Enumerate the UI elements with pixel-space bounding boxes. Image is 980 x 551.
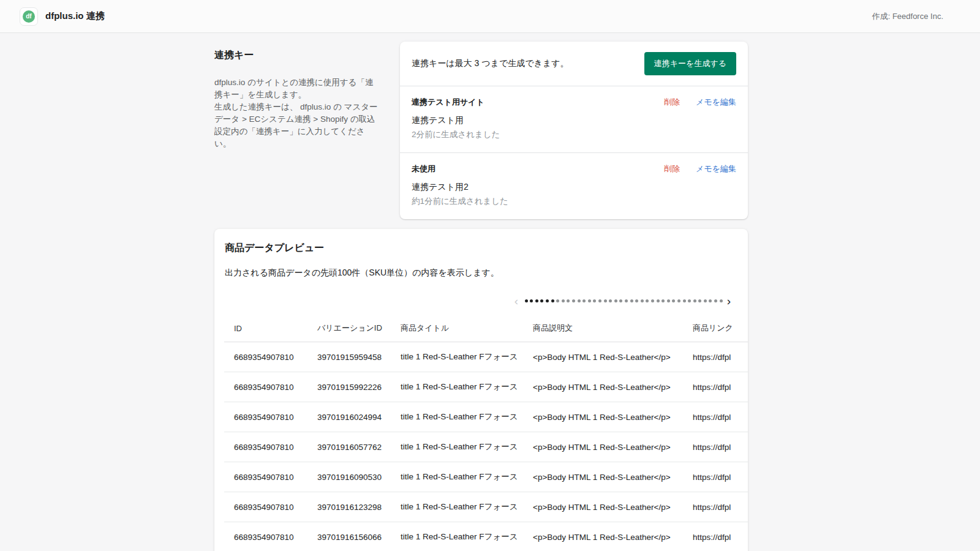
page-dot[interactable] <box>562 299 565 302</box>
page-dot[interactable] <box>625 299 628 302</box>
page-dot[interactable] <box>578 299 581 302</box>
table-cell: 39701915959458 <box>307 342 391 372</box>
page-dot[interactable] <box>667 299 670 302</box>
page-dot[interactable] <box>646 299 649 302</box>
table-cell: 39701916090530 <box>307 462 391 492</box>
edit-memo-link[interactable]: メモを編集 <box>696 163 736 174</box>
page-dot[interactable] <box>683 299 686 302</box>
table-cell: 6689354907810 <box>224 462 307 492</box>
page-dot[interactable] <box>677 299 680 302</box>
key-card-header: 連携キーは最大 3 つまで生成できます。 連携キーを生成する <box>400 42 748 86</box>
page-dot[interactable] <box>630 299 633 302</box>
page-dot[interactable] <box>551 299 554 302</box>
topbar: df dfplus.io 連携 作成: Feedforce Inc. <box>0 0 980 33</box>
key-item: 連携テスト用サイト 削除 メモを編集 連携テスト用 2分前に生成されました <box>400 86 748 152</box>
table-cell: title 1 Red-S-Leather Fフォース <box>391 342 523 372</box>
page-dot[interactable] <box>530 299 533 302</box>
page-dot[interactable] <box>593 299 596 302</box>
preview-description: 出力される商品データの先頭100件（SKU単位）の内容を表示します。 <box>214 268 748 279</box>
table-cell: <p>Body HTML 1 Red-S-Leather</p> <box>523 432 683 462</box>
preview-table-wrap: IDバリエーションID商品タイトル商品説明文商品リンク 668935490781… <box>224 315 748 551</box>
table-cell: 6689354907810 <box>224 492 307 522</box>
page-dot[interactable] <box>693 299 696 302</box>
prev-page-icon[interactable]: ‹ <box>514 295 518 307</box>
key-item: 未使用 削除 メモを編集 連携テスト用2 約1分前に生成されました <box>400 152 748 219</box>
app-title: dfplus.io 連携 <box>45 10 105 22</box>
table-row: 668935490781039701916156066title 1 Red-S… <box>224 522 748 551</box>
page-dot[interactable] <box>604 299 607 302</box>
page-dot[interactable] <box>635 299 638 302</box>
delete-key-link[interactable]: 削除 <box>664 163 680 174</box>
page-dot[interactable] <box>546 299 549 302</box>
page-dot[interactable] <box>709 299 712 302</box>
table-cell: 6689354907810 <box>224 372 307 402</box>
table-cell: <p>Body HTML 1 Red-S-Leather</p> <box>523 372 683 402</box>
dfplus-logo-icon: df <box>23 10 35 23</box>
page-dot[interactable] <box>619 299 622 302</box>
page-dot[interactable] <box>582 299 586 302</box>
delete-key-link[interactable]: 削除 <box>664 97 680 108</box>
page-dot[interactable] <box>525 299 528 302</box>
key-name: 連携テスト用サイト <box>412 97 484 108</box>
table-cell: <p>Body HTML 1 Red-S-Leather</p> <box>523 342 683 372</box>
preview-table-header-row: IDバリエーションID商品タイトル商品説明文商品リンク <box>224 315 748 342</box>
key-item-header: 未使用 削除 メモを編集 <box>412 163 736 174</box>
table-cell: 39701916156066 <box>307 522 391 551</box>
section-description-line2: 生成した連携キーは、 dfplus.io の マスターデータ > ECシステム連… <box>214 101 381 150</box>
table-cell: 39701915992226 <box>307 372 391 402</box>
table-cell: <p>Body HTML 1 Red-S-Leather</p> <box>523 492 683 522</box>
table-row: 668935490781039701916024994title 1 Red-S… <box>224 402 748 432</box>
page-dot[interactable] <box>714 299 717 302</box>
page-dot[interactable] <box>535 299 538 302</box>
page-dot[interactable] <box>662 299 665 302</box>
page-dot[interactable] <box>540 299 543 302</box>
page-dot[interactable] <box>572 299 575 302</box>
table-cell: https://dfpl <box>683 432 748 462</box>
integration-key-annotation: 連携キー dfplus.io のサイトとの連携に使用する「連携キー」を生成します… <box>214 42 381 219</box>
column-header: ID <box>224 315 307 342</box>
table-row: 668935490781039701915959458title 1 Red-S… <box>224 342 748 372</box>
column-header: 商品タイトル <box>391 315 523 342</box>
key-item-header: 連携テスト用サイト 削除 メモを編集 <box>412 97 736 108</box>
section-description-line1: dfplus.io のサイトとの連携に使用する「連携キー」を生成します。 <box>214 77 381 101</box>
page-dot[interactable] <box>720 299 723 302</box>
table-row: 668935490781039701916090530title 1 Red-S… <box>224 462 748 492</box>
page-dot[interactable] <box>614 299 617 302</box>
table-cell: https://dfpl <box>683 402 748 432</box>
page-dot[interactable] <box>588 299 591 302</box>
page-dot[interactable] <box>698 299 701 302</box>
column-header: 商品説明文 <box>523 315 683 342</box>
generate-key-button[interactable]: 連携キーを生成する <box>644 52 736 75</box>
page-dot[interactable] <box>641 299 644 302</box>
table-cell: title 1 Red-S-Leather Fフォース <box>391 492 523 522</box>
page-dot[interactable] <box>657 299 660 302</box>
page-dot[interactable] <box>556 299 559 302</box>
page-dot[interactable] <box>567 299 570 302</box>
table-cell: 6689354907810 <box>224 432 307 462</box>
table-cell: 39701916024994 <box>307 402 391 432</box>
page-dot[interactable] <box>672 299 675 302</box>
table-cell: 6689354907810 <box>224 342 307 372</box>
page-dots <box>522 299 723 302</box>
key-limit-note: 連携キーは最大 3 つまで生成できます。 <box>412 58 569 69</box>
table-cell: title 1 Red-S-Leather Fフォース <box>391 522 523 551</box>
table-cell: 39701916057762 <box>307 432 391 462</box>
page-dot[interactable] <box>704 299 707 302</box>
page-dot[interactable] <box>609 299 612 302</box>
preview-title: 商品データプレビュー <box>214 242 748 255</box>
table-row: 668935490781039701915992226title 1 Red-S… <box>224 372 748 402</box>
next-page-icon[interactable]: › <box>727 295 731 307</box>
column-header: バリエーションID <box>307 315 391 342</box>
page-dot[interactable] <box>651 299 654 302</box>
table-cell: title 1 Red-S-Leather Fフォース <box>391 372 523 402</box>
edit-memo-link[interactable]: メモを編集 <box>696 97 736 108</box>
page-dot[interactable] <box>598 299 601 302</box>
table-cell: https://dfpl <box>683 372 748 402</box>
table-pagination: ‹ › <box>214 295 748 307</box>
table-row: 668935490781039701916057762title 1 Red-S… <box>224 432 748 462</box>
created-by-label: 作成: Feedforce Inc. <box>872 11 943 22</box>
table-cell: title 1 Red-S-Leather Fフォース <box>391 402 523 432</box>
main-content: 連携キー dfplus.io のサイトとの連携に使用する「連携キー」を生成します… <box>214 42 748 551</box>
key-created-timestamp: 2分前に生成されました <box>412 129 736 140</box>
page-dot[interactable] <box>688 299 691 302</box>
